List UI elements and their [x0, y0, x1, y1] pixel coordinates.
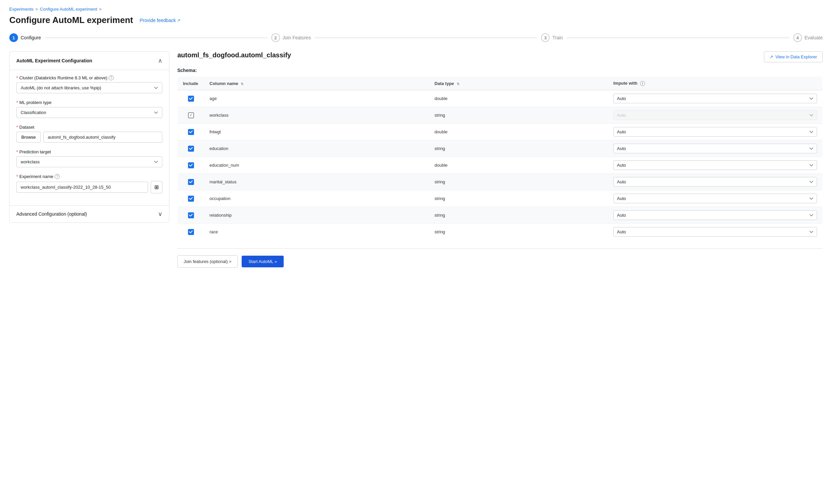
- checkbox-partial[interactable]: [188, 112, 194, 118]
- experiment-name-input[interactable]: [16, 182, 148, 193]
- column-name-cell: workclass: [204, 107, 429, 124]
- include-cell: [178, 107, 204, 124]
- required-star-cluster: *: [16, 75, 18, 80]
- experiment-name-label: * Experiment name ?: [16, 174, 162, 179]
- data-type-cell: string: [429, 140, 608, 157]
- table-row: racestringAuto: [178, 224, 823, 240]
- required-star-dataset: *: [16, 125, 18, 130]
- start-automl-button[interactable]: Start AutoML »: [242, 256, 284, 267]
- include-cell: [178, 174, 204, 190]
- schema-table: Include Column name ⇅ Data type ⇅ Impute…: [177, 76, 823, 240]
- step-evaluate[interactable]: 4 Evaluate: [793, 33, 823, 42]
- breadcrumb-experiments[interactable]: Experiments: [9, 7, 33, 12]
- dataset-label: * Dataset: [16, 125, 162, 130]
- column-name-cell: relationship: [204, 207, 429, 224]
- step-train[interactable]: 3 Train: [541, 33, 563, 42]
- browse-button[interactable]: Browse: [16, 132, 41, 143]
- table-row: relationshipstringAuto: [178, 207, 823, 224]
- impute-select[interactable]: Auto: [613, 227, 817, 237]
- join-features-button[interactable]: Join features (optional) >: [177, 255, 238, 268]
- checkbox-checked[interactable]: [188, 96, 194, 102]
- checkbox-checked[interactable]: [188, 229, 194, 235]
- checkbox-checked[interactable]: [188, 129, 194, 135]
- experiment-name-group: * Experiment name ? ⊞: [16, 174, 162, 193]
- data-type-cell: string: [429, 224, 608, 240]
- step-configure[interactable]: 1 Configure: [9, 33, 41, 42]
- checkbox-checked[interactable]: [188, 179, 194, 185]
- cluster-help-icon[interactable]: ?: [109, 75, 114, 80]
- impute-select[interactable]: Auto: [613, 177, 817, 187]
- column-name-cell: age: [204, 90, 429, 107]
- cluster-select[interactable]: AutoML (do not attach libraries, use %pi…: [16, 82, 162, 93]
- step-circle-3: 3: [541, 33, 550, 42]
- impute-select[interactable]: Auto: [613, 127, 817, 137]
- th-data-type[interactable]: Data type ⇅: [429, 77, 608, 90]
- view-explorer-button[interactable]: ↗ View in Data Explorer: [764, 51, 823, 62]
- table-header-row: Include Column name ⇅ Data type ⇅ Impute…: [178, 77, 823, 90]
- stepper: 1 Configure 2 Join Features 3 Train 4 Ev…: [9, 33, 823, 42]
- breadcrumb-sep1: >: [35, 7, 38, 12]
- experiment-help-icon[interactable]: ?: [55, 174, 60, 179]
- breadcrumb-configure[interactable]: Configure AutoML experiment: [40, 7, 97, 12]
- impute-cell: Auto: [608, 90, 823, 107]
- breadcrumb-sep2: >: [99, 7, 102, 12]
- external-link-icon-btn: ↗: [770, 54, 773, 59]
- checkbox-checked[interactable]: [188, 146, 194, 152]
- th-column-name[interactable]: Column name ⇅: [204, 77, 429, 90]
- include-cell: [178, 224, 204, 240]
- step-circle-1: 1: [9, 33, 18, 42]
- impute-select[interactable]: Auto: [613, 144, 817, 153]
- prediction-target-group: * Prediction target workclass: [16, 149, 162, 167]
- cluster-label: * Cluster (Databricks Runtime 8.3 ML or …: [16, 75, 162, 80]
- notebook-icon: ⊞: [154, 184, 159, 190]
- impute-cell: Auto: [608, 207, 823, 224]
- step-circle-2: 2: [271, 33, 280, 42]
- feedback-link[interactable]: Provide feedback ↗: [140, 18, 180, 23]
- feedback-label: Provide feedback: [140, 18, 176, 23]
- cluster-group: * Cluster (Databricks Runtime 8.3 ML or …: [16, 75, 162, 93]
- th-impute-with: Impute with i: [608, 77, 823, 90]
- include-cell: [178, 90, 204, 107]
- left-panel: AutoML Experiment Configuration ∧ * Clus…: [9, 51, 169, 223]
- prediction-target-select[interactable]: workclass: [16, 156, 162, 167]
- breadcrumb: Experiments > Configure AutoML experimen…: [9, 7, 823, 12]
- dataset-row: Browse automl_fs_dogfood.automl_classify: [16, 132, 162, 143]
- step-label-train: Train: [552, 35, 563, 40]
- impute-cell: Auto: [608, 124, 823, 140]
- table-row: workclassstringAuto: [178, 107, 823, 124]
- impute-select[interactable]: Auto: [613, 94, 817, 103]
- main-layout: AutoML Experiment Configuration ∧ * Clus…: [9, 51, 823, 268]
- collapse-icon[interactable]: ∧: [158, 57, 162, 64]
- step-label-configure: Configure: [21, 35, 41, 40]
- bottom-actions: Join features (optional) > Start AutoML …: [177, 248, 823, 268]
- data-type-cell: double: [429, 157, 608, 174]
- impute-cell: Auto: [608, 107, 823, 124]
- right-panel: automl_fs_dogfood.automl_classify ↗ View…: [177, 51, 823, 268]
- impute-select[interactable]: Auto: [613, 210, 817, 220]
- impute-cell: Auto: [608, 157, 823, 174]
- checkbox-checked[interactable]: [188, 162, 194, 168]
- experiment-name-row: ⊞: [16, 181, 162, 193]
- notebook-icon-button[interactable]: ⊞: [151, 181, 162, 193]
- right-header: automl_fs_dogfood.automl_classify ↗ View…: [177, 51, 823, 62]
- form-section: * Cluster (Databricks Runtime 8.3 ML or …: [10, 70, 169, 205]
- advanced-expand-icon[interactable]: ∨: [158, 210, 162, 218]
- impute-cell: Auto: [608, 140, 823, 157]
- checkbox-checked[interactable]: [188, 212, 194, 218]
- impute-select[interactable]: Auto: [613, 194, 817, 203]
- impute-info-icon[interactable]: i: [640, 81, 645, 86]
- dataset-value: automl_fs_dogfood.automl_classify: [43, 132, 162, 143]
- checkbox-checked[interactable]: [188, 196, 194, 202]
- required-star-ml: *: [16, 100, 18, 105]
- view-explorer-label: View in Data Explorer: [775, 54, 817, 59]
- sort-icon-data-type: ⇅: [457, 82, 459, 86]
- impute-cell: Auto: [608, 224, 823, 240]
- step-label-join-features: Join Features: [283, 35, 311, 40]
- ml-problem-label: * ML problem type: [16, 100, 162, 105]
- advanced-section[interactable]: Advanced Configuration (optional) ∨: [10, 205, 169, 222]
- ml-problem-select[interactable]: Classification: [16, 107, 162, 118]
- table-row: fnlwgtdoubleAuto: [178, 124, 823, 140]
- step-join-features[interactable]: 2 Join Features: [271, 33, 311, 42]
- table-row: education_numdoubleAuto: [178, 157, 823, 174]
- impute-select[interactable]: Auto: [613, 160, 817, 170]
